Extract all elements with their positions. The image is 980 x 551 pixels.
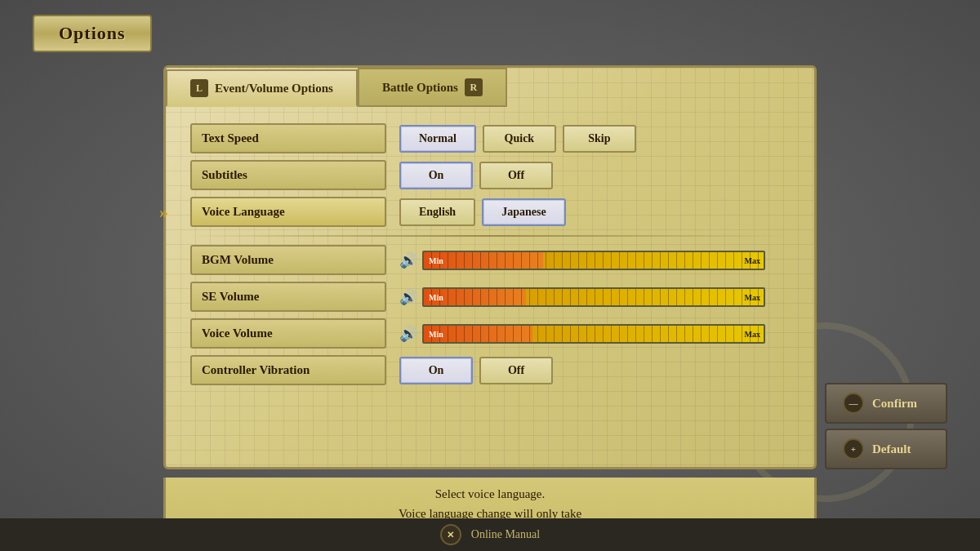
vibration-off-btn[interactable]: Off	[479, 357, 553, 384]
right-buttons: — Confirm + Default	[825, 383, 947, 469]
voice-language-row: » Voice Language English Japanese	[190, 197, 790, 227]
description-line1: Select voice language.	[399, 484, 581, 504]
tab-r-key: R	[465, 78, 483, 96]
se-volume-control: 🔊 Min Max	[399, 287, 765, 307]
bgm-min-label: Min	[429, 256, 443, 264]
voice-speaker-icon: 🔊	[399, 325, 417, 343]
arrow-indicator: »	[159, 202, 168, 223]
se-max-label: Max	[745, 292, 760, 301]
se-volume-row: SE Volume 🔊 Min Max	[190, 282, 790, 312]
title-text: Options	[59, 23, 126, 43]
default-label: Default	[872, 442, 911, 456]
voice-min-label: Min	[429, 329, 443, 338]
text-speed-skip-btn[interactable]: Skip	[563, 125, 636, 153]
voice-english-btn[interactable]: English	[399, 198, 475, 226]
voice-language-label: Voice Language	[190, 197, 386, 227]
subtitles-off-btn[interactable]: Off	[479, 162, 553, 189]
confirm-key-icon: —	[843, 393, 864, 414]
subtitles-label: Subtitles	[190, 160, 386, 190]
tab-event-volume[interactable]: L Event/Volume Options	[166, 69, 358, 107]
separator-1	[190, 235, 790, 237]
tab-bar: L Event/Volume Options Battle Options R	[166, 68, 814, 107]
voice-volume-control: 🔊 Min Max	[399, 324, 765, 344]
title-bar: Options	[33, 15, 152, 52]
controller-vibration-label: Controller Vibration	[190, 355, 386, 385]
se-slider[interactable]: Min Max	[422, 287, 765, 307]
controller-vibration-options: On Off	[399, 357, 553, 384]
bottom-bar-label: Online Manual	[471, 528, 540, 541]
tab-l-key: L	[190, 79, 208, 97]
voice-language-options: English Japanese	[399, 198, 566, 226]
text-speed-normal-btn[interactable]: Normal	[399, 125, 476, 153]
default-button[interactable]: + Default	[825, 429, 947, 469]
voice-max-label: Max	[745, 329, 760, 338]
voice-slider[interactable]: Min Max	[422, 324, 765, 344]
bgm-max-label: Max	[745, 256, 760, 264]
text-speed-quick-btn[interactable]: Quick	[483, 125, 556, 153]
tab-battle[interactable]: Battle Options R	[358, 68, 507, 107]
subtitles-row: Subtitles On Off	[190, 160, 790, 190]
tab-battle-label: Battle Options	[382, 81, 458, 95]
text-speed-row: Text Speed Normal Quick Skip	[190, 123, 790, 153]
controller-vibration-row: Controller Vibration On Off	[190, 355, 790, 385]
se-volume-label: SE Volume	[190, 282, 386, 312]
text-speed-options: Normal Quick Skip	[399, 125, 636, 153]
se-slider-ticks	[424, 289, 764, 305]
default-key-icon: +	[843, 438, 864, 460]
bgm-volume-row: BGM Volume 🔊 Min Max	[190, 245, 790, 275]
bgm-volume-label: BGM Volume	[190, 245, 386, 275]
subtitles-options: On Off	[399, 162, 553, 189]
text-speed-label: Text Speed	[190, 123, 386, 153]
voice-slider-ticks	[424, 326, 764, 342]
tab-event-label: Event/Volume Options	[215, 82, 333, 96]
voice-volume-label: Voice Volume	[190, 318, 386, 349]
bgm-volume-control: 🔊 Min Max	[399, 251, 765, 270]
main-panel: L Event/Volume Options Battle Options R …	[163, 65, 817, 469]
subtitles-on-btn[interactable]: On	[399, 162, 473, 189]
se-min-label: Min	[429, 292, 443, 301]
confirm-button[interactable]: — Confirm	[825, 383, 947, 424]
voice-volume-row: Voice Volume 🔊 Min Max	[190, 318, 790, 349]
bgm-speaker-icon: 🔊	[399, 251, 417, 269]
bgm-slider[interactable]: Min Max	[422, 251, 765, 270]
options-content: Text Speed Normal Quick Skip Subtitles O…	[166, 107, 814, 408]
bottom-bar: ✕ Online Manual	[0, 518, 980, 551]
se-speaker-icon: 🔊	[399, 288, 417, 306]
vibration-on-btn[interactable]: On	[399, 357, 473, 384]
bgm-slider-ticks	[424, 252, 764, 269]
voice-japanese-btn[interactable]: Japanese	[482, 198, 565, 226]
bottom-bar-key: ✕	[440, 524, 461, 545]
confirm-label: Confirm	[872, 397, 917, 411]
